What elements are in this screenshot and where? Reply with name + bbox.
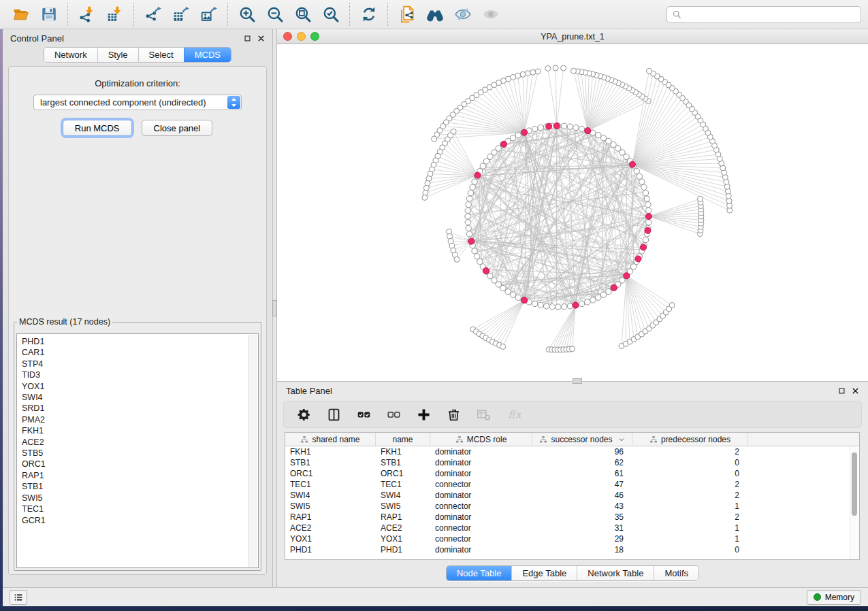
close-panel-button[interactable]: Close panel xyxy=(142,120,213,136)
zoom-selected-button[interactable] xyxy=(317,3,344,26)
column-header-MCDS-role[interactable]: MCDS role xyxy=(430,433,532,446)
table-row[interactable]: SWI4SWI4dominator462 xyxy=(285,490,859,501)
tab-select[interactable]: Select xyxy=(138,48,184,62)
export-table-button[interactable] xyxy=(167,3,195,26)
mcds-result-item[interactable]: GCR1 xyxy=(22,515,258,526)
mcds-result-item[interactable]: STB1 xyxy=(22,481,258,492)
table-row[interactable]: ACE2ACE2connector311 xyxy=(285,523,859,533)
mcds-result-item[interactable]: STB5 xyxy=(22,448,258,459)
float-window-icon[interactable] xyxy=(244,35,251,42)
optimization-criterion-select[interactable]: largest connected component (undirected) xyxy=(33,95,242,110)
table-row[interactable]: PHD1PHD1dominator180 xyxy=(285,544,859,555)
mcds-result-item[interactable]: TEC1 xyxy=(22,503,258,514)
mcds-result-item[interactable]: TID3 xyxy=(22,369,258,380)
cell-predecessor-nodes: 0 xyxy=(632,458,748,467)
mcds-result-list[interactable]: PHD1CAR1STP4TID3YOX1SWI4SRD1PMA2FKH1ACE2… xyxy=(16,333,259,568)
right-region: YPA_prune.txt_1 Table Panel f(x) shared … xyxy=(277,29,868,587)
table-row[interactable]: YOX1YOX1connector291 xyxy=(285,533,859,544)
tab-network[interactable]: Network xyxy=(44,48,97,62)
column-header-shared-name[interactable]: shared name xyxy=(285,433,376,446)
network-view-frame: YPA_prune.txt_1 xyxy=(277,29,868,381)
mcds-result-item[interactable]: PHD1 xyxy=(22,336,258,347)
task-history-button[interactable] xyxy=(10,590,27,605)
tab-motifs[interactable]: Motifs xyxy=(654,566,698,580)
hide-selected-button[interactable] xyxy=(449,3,477,26)
vertical-splitter[interactable] xyxy=(272,29,277,587)
mcds-result-item[interactable]: YOX1 xyxy=(22,381,258,392)
maximize-window-button[interactable] xyxy=(310,32,319,41)
mcds-result-item[interactable]: SWI5 xyxy=(22,493,258,503)
cell-successor-nodes: 35 xyxy=(532,512,632,522)
import-network-from-file-button[interactable] xyxy=(73,3,101,26)
zoom-in-button[interactable] xyxy=(233,3,261,26)
close-window-button[interactable] xyxy=(283,32,292,41)
horizontal-splitter-grip[interactable] xyxy=(573,378,582,384)
minimize-window-button[interactable] xyxy=(297,32,306,41)
tab-node-table[interactable]: Node Table xyxy=(447,566,512,580)
cell-shared-name: TEC1 xyxy=(285,480,376,489)
table-settings-gear-button[interactable] xyxy=(292,403,315,425)
cell-successor-nodes: 29 xyxy=(532,534,632,544)
tab-style[interactable]: Style xyxy=(97,48,138,62)
mcds-result-item[interactable]: PMA2 xyxy=(22,414,258,425)
function-builder-fx-button: f(x) xyxy=(502,403,525,425)
toolbar-separator xyxy=(133,3,134,26)
memory-button[interactable]: Memory xyxy=(807,590,861,605)
save-session-button[interactable] xyxy=(35,3,63,26)
toolbar-separator xyxy=(387,3,388,26)
import-table-from-file-button[interactable] xyxy=(101,3,129,26)
tab-edge-table[interactable]: Edge Table xyxy=(511,566,577,580)
first-neighbors-button[interactable] xyxy=(421,3,449,26)
tab-network-table[interactable]: Network Table xyxy=(577,566,654,580)
show-columns-check-pair-button[interactable] xyxy=(352,403,375,425)
run-mcds-button[interactable]: Run MCDS xyxy=(63,120,132,136)
column-header-predecessor-nodes[interactable]: predecessor nodes xyxy=(632,433,748,446)
column-header-name[interactable]: name xyxy=(376,433,430,446)
mcds-result-item[interactable]: RAP1 xyxy=(22,470,258,481)
cell-MCDS-role: dominator xyxy=(430,491,532,500)
zoom-fit-content-button[interactable] xyxy=(289,3,317,26)
tab-mcds[interactable]: MCDS xyxy=(184,48,231,62)
float-window-icon[interactable] xyxy=(838,387,846,395)
memory-label: Memory xyxy=(825,593,854,602)
table-row[interactable]: STB1STB1dominator620 xyxy=(285,457,859,468)
table-row[interactable]: FKH1FKH1dominator962 xyxy=(285,446,859,457)
toolbar-separator xyxy=(67,3,68,26)
refresh-view-button[interactable] xyxy=(355,3,383,26)
export-image-button[interactable] xyxy=(195,3,223,26)
table-row[interactable]: TEC1TEC1connector472 xyxy=(285,479,859,490)
mcds-result-item[interactable]: ORC1 xyxy=(22,459,258,469)
new-network-from-selection-button[interactable] xyxy=(393,3,421,26)
open-file-button[interactable] xyxy=(7,3,35,26)
mcds-result-item[interactable]: SWI4 xyxy=(22,392,258,403)
mcds-result-item[interactable]: FKH1 xyxy=(22,425,258,436)
create-column-plus-button[interactable] xyxy=(412,403,435,425)
splitter-grip[interactable] xyxy=(272,300,277,316)
search-box[interactable] xyxy=(666,6,861,23)
result-list-scrollbar[interactable] xyxy=(248,335,257,567)
table-row[interactable]: RAP1RAP1dominator352 xyxy=(285,512,859,523)
table-row[interactable]: ORC1ORC1dominator610 xyxy=(285,468,859,479)
close-panel-icon[interactable] xyxy=(852,387,859,395)
mcds-result-item[interactable]: ACE2 xyxy=(22,437,258,448)
table-scrollbar[interactable] xyxy=(850,446,859,559)
search-input[interactable] xyxy=(686,9,856,20)
cell-shared-name: STB1 xyxy=(285,458,376,467)
column-header-successor-nodes[interactable]: successor nodes xyxy=(532,433,632,446)
mcds-result-item[interactable]: STP4 xyxy=(22,359,258,369)
network-canvas[interactable] xyxy=(277,44,868,381)
mcds-result-item[interactable]: CAR1 xyxy=(22,347,258,358)
toggle-panel-columns-button[interactable] xyxy=(322,403,345,425)
export-network-button[interactable] xyxy=(139,3,167,26)
memory-status-icon xyxy=(814,593,821,601)
hide-columns-uncheck-pair-button[interactable] xyxy=(382,403,405,425)
mcds-result-item[interactable]: SRD1 xyxy=(22,403,258,414)
cell-MCDS-role: connector xyxy=(430,480,532,489)
column-label: MCDS role xyxy=(467,435,507,444)
delete-column-trash-button[interactable] xyxy=(442,403,465,425)
table-row[interactable]: SWI5SWI5connector431 xyxy=(285,501,859,512)
table-scrollbar-thumb[interactable] xyxy=(852,452,857,516)
show-all-button[interactable] xyxy=(477,3,504,26)
zoom-out-button[interactable] xyxy=(261,3,289,26)
close-panel-icon[interactable] xyxy=(257,35,265,42)
